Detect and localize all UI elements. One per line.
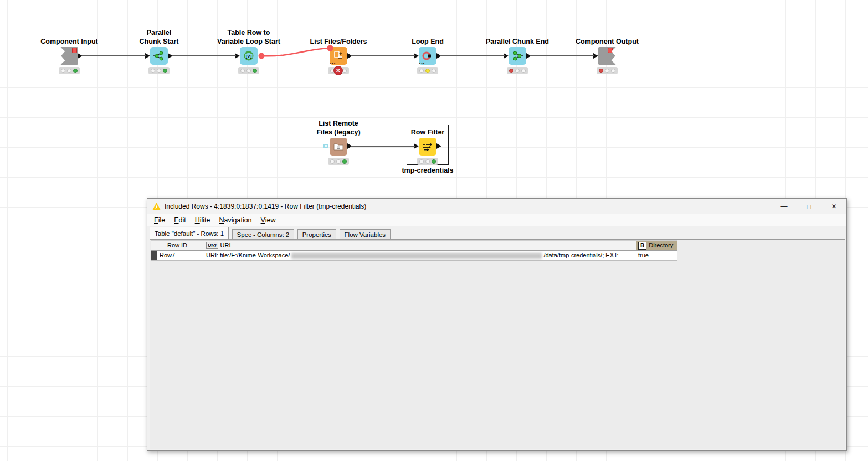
close-button[interactable]: ✕	[821, 199, 846, 214]
maximize-button[interactable]: □	[797, 199, 821, 214]
window-controls: — □ ✕	[772, 199, 846, 214]
minimize-button[interactable]: —	[772, 199, 797, 214]
row-id-value: Row7	[160, 252, 175, 258]
connection[interactable]	[82, 55, 146, 56]
table-row[interactable]: Row7 URI: file:/E:/Knime-Workspace//data…	[151, 251, 677, 261]
node-label: Component Output	[549, 37, 665, 46]
table-panel: Row ID URI URI B Directory Row7	[150, 239, 845, 449]
menu-view[interactable]: View	[256, 215, 280, 225]
node-list-remote-files-legacy[interactable]: List Remote Files (legacy)	[294, 116, 383, 171]
menu-navigation[interactable]: Navigation	[215, 215, 256, 225]
redacted-text	[291, 253, 542, 259]
boolean-type-icon: B	[638, 242, 646, 250]
variable-loop-start-body[interactable]: [V]	[240, 47, 258, 65]
column-header-label: URI	[220, 241, 231, 250]
component-output-body[interactable]	[598, 47, 616, 65]
tab-bar: Table "default" - Rows: 1 Spec - Columns…	[147, 226, 846, 239]
traffic-light	[238, 67, 259, 74]
folder-icon	[333, 142, 344, 152]
tab-properties[interactable]: Properties	[297, 229, 336, 240]
traffic-light	[417, 158, 438, 165]
window-title: Included Rows - 4:1839:0:1837:0:1419 - R…	[165, 203, 366, 210]
traffic-light	[507, 67, 528, 74]
svg-text:[V]: [V]	[246, 54, 252, 59]
output-port[interactable]	[436, 143, 441, 149]
uri-suffix: /data/tmp-credentials/; EXT:	[543, 252, 618, 258]
node-loop-end[interactable]: Loop End …	[383, 25, 472, 80]
connection[interactable]	[440, 55, 505, 56]
component-port-icon	[72, 48, 77, 53]
column-header-label: Directory	[649, 241, 673, 250]
row-filter-body[interactable]	[419, 138, 436, 156]
traffic-light	[148, 67, 170, 74]
parallel-chunk-start-body[interactable]	[150, 47, 168, 65]
connection[interactable]	[172, 55, 236, 56]
node-component-input[interactable]: Component Input	[25, 25, 114, 80]
node-row-filter[interactable]: Row Filter	[383, 116, 472, 171]
uri-type-icon: URI	[206, 242, 218, 249]
knime-warning-icon	[152, 203, 161, 210]
error-badge-icon: ✕	[333, 66, 343, 75]
node-ellipsis: …	[330, 59, 336, 64]
node-ellipsis: …	[419, 59, 425, 64]
row-filter-icon	[422, 141, 434, 152]
node-list-files-folders[interactable]: List Files/Folders … ✕	[294, 25, 383, 80]
row-id-cell[interactable]: Row7	[151, 251, 204, 261]
uri-cell[interactable]: URI: file:/E:/Knime-Workspace//data/tmp-…	[204, 251, 636, 261]
component-port-icon	[608, 48, 613, 53]
connection[interactable]	[351, 55, 415, 56]
traffic-light	[328, 158, 349, 165]
traffic-light	[597, 67, 618, 74]
traffic-light	[417, 67, 438, 74]
table-view-window[interactable]: Included Rows - 4:1839:0:1837:0:1419 - R…	[147, 198, 847, 451]
menu-edit[interactable]: Edit	[170, 215, 191, 225]
directory-cell[interactable]: true	[636, 251, 677, 261]
menu-file[interactable]: File	[150, 215, 170, 225]
parallel-split-icon	[153, 50, 165, 61]
menu-bar: File Edit Hilite Navigation View	[147, 214, 846, 226]
tab-table-default[interactable]: Table "default" - Rows: 1	[150, 227, 229, 239]
window-titlebar[interactable]: Included Rows - 4:1839:0:1837:0:1419 - R…	[147, 199, 846, 214]
parallel-chunk-end-body[interactable]	[509, 47, 526, 65]
menu-hilite[interactable]: Hilite	[191, 215, 215, 225]
column-header-directory[interactable]: B Directory	[636, 240, 677, 251]
component-input-body[interactable]	[60, 47, 78, 65]
node-label: Row Filter	[369, 128, 486, 137]
node-parallel-chunk-start[interactable]: Parallel Chunk Start	[115, 25, 203, 80]
table-header-row: Row ID URI URI B Directory	[151, 240, 677, 251]
node-table-row-to-variable-loop-start[interactable]: Table Row to Variable Loop Start [V]	[204, 25, 293, 80]
node-annotation[interactable]: tmp-credentials	[383, 167, 472, 174]
tab-spec-columns[interactable]: Spec - Columns: 2	[232, 229, 295, 240]
list-remote-files-body[interactable]	[330, 138, 347, 156]
connection[interactable]	[351, 146, 415, 147]
data-table: Row ID URI URI B Directory Row7	[151, 240, 677, 261]
loop-variable-icon: [V]	[243, 50, 255, 62]
workflow-canvas[interactable]: Component Input Parallel Chunk Start Tab…	[0, 0, 868, 461]
row-selector[interactable]	[151, 251, 157, 260]
node-parallel-chunk-end[interactable]: Parallel Chunk End	[473, 25, 562, 80]
column-header-row-id[interactable]: Row ID	[151, 240, 204, 251]
parallel-merge-icon	[511, 50, 523, 61]
traffic-light	[59, 67, 80, 74]
tab-flow-variables[interactable]: Flow Variables	[340, 229, 391, 240]
node-component-output[interactable]: Component Output	[563, 25, 651, 80]
connection-port-square[interactable]	[323, 144, 328, 148]
uri-prefix: URI: file:/E:/Knime-Workspace/	[206, 252, 290, 258]
column-header-uri[interactable]: URI URI	[204, 240, 636, 251]
connection[interactable]	[530, 55, 594, 56]
